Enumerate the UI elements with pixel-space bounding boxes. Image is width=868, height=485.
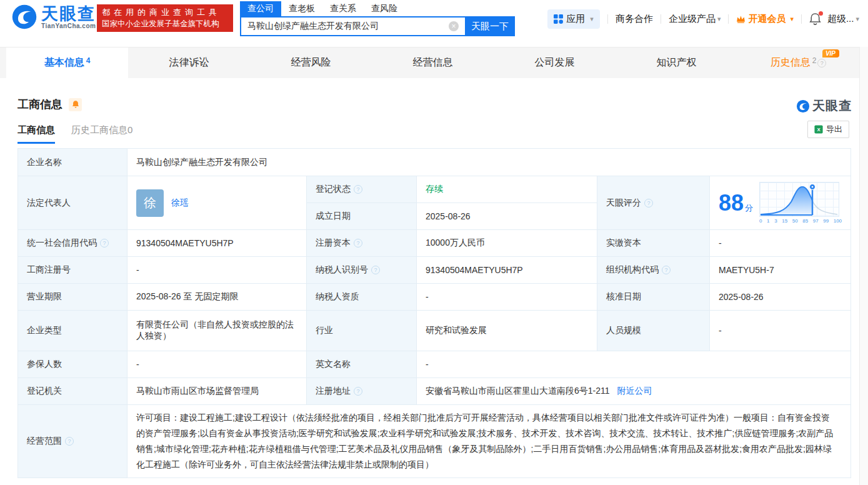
search-module: 查公司 查老板 查关系 查风险 × 天眼一下 bbox=[240, 1, 515, 36]
paid-capital-label: 实缴资本 bbox=[597, 230, 710, 257]
help-icon[interactable]: ? bbox=[662, 266, 671, 274]
search-tab-boss[interactable]: 查老板 bbox=[281, 1, 322, 16]
avatar[interactable]: 徐 bbox=[136, 189, 164, 217]
business-scope-value: 许可项目：建设工程施工;建设工程设计（依法须经批准的项目，经相关部门批准后方可开… bbox=[127, 405, 851, 478]
help-icon[interactable]: ? bbox=[354, 387, 362, 396]
search-tab-relation[interactable]: 查关系 bbox=[322, 1, 364, 16]
content: 工商信息 天眼查 工商信息 历史工商信息0 X 导出 bbox=[0, 78, 868, 485]
taxpayer-id-value: 91340504MAETYU5H7P bbox=[417, 257, 597, 284]
tab-label: 公司发展 bbox=[535, 56, 575, 69]
help-icon[interactable]: ? bbox=[65, 437, 74, 446]
score-chart: 0131550859799100 bbox=[759, 182, 842, 224]
company-name-value: 马鞍山创绿产融生态开发有限公司 bbox=[127, 149, 851, 176]
help-icon[interactable]: ? bbox=[817, 59, 826, 68]
subtabs: 工商信息 历史工商信息0 bbox=[17, 124, 132, 144]
help-icon[interactable]: ? bbox=[354, 239, 362, 248]
legal-rep-label: 法定代表人 bbox=[18, 176, 127, 230]
help-icon[interactable]: ? bbox=[354, 185, 362, 194]
reg-status-label: 登记状态? bbox=[307, 176, 417, 203]
subtab-history-business-info[interactable]: 历史工商信息0 bbox=[71, 124, 132, 144]
help-icon[interactable]: ? bbox=[100, 239, 109, 248]
section-title: 工商信息 bbox=[17, 97, 62, 112]
business-term-value: 2025-08-26 至 无固定期限 bbox=[127, 284, 307, 311]
score-label: 天眼评分? bbox=[597, 176, 710, 230]
monitor-bell-icon[interactable] bbox=[69, 98, 82, 111]
tab-label: 基本信息 bbox=[44, 56, 84, 69]
search-tabs: 查公司 查老板 查关系 查风险 bbox=[240, 1, 515, 16]
search-tab-risk[interactable]: 查风险 bbox=[364, 1, 405, 16]
tab-operation-info[interactable]: 经营信息 bbox=[372, 48, 494, 78]
notification-bell-icon[interactable] bbox=[809, 12, 821, 26]
tab-label: 知识产权 bbox=[657, 56, 697, 69]
taxpayer-id-label: 纳税人识别号? bbox=[307, 257, 417, 284]
approval-date-label: 核准日期 bbox=[597, 284, 710, 311]
search-tab-company[interactable]: 查公司 bbox=[240, 1, 281, 16]
tab-count: 2 bbox=[812, 56, 817, 65]
header-nav: 应用 ▾ 商务合作 企业级产品 ▾ 开通会员 ▾ bbox=[547, 8, 859, 29]
export-button[interactable]: X 导出 bbox=[807, 121, 849, 138]
est-date-value: 2025-08-26 bbox=[417, 203, 597, 230]
open-vip-link[interactable]: 开通会员 ▾ bbox=[736, 13, 794, 25]
tianyancha-logo-icon bbox=[796, 99, 810, 113]
help-icon[interactable]: ? bbox=[644, 199, 653, 208]
enterprise-product-link[interactable]: 企业级产品 bbox=[669, 13, 716, 25]
nearby-companies-link[interactable]: 附近公司 bbox=[617, 386, 652, 396]
apps-button[interactable]: 应用 ▾ bbox=[547, 9, 600, 29]
export-label: 导出 bbox=[826, 124, 842, 135]
paid-capital-value: - bbox=[710, 230, 851, 257]
est-date-label: 成立日期 bbox=[307, 203, 417, 230]
table-row: 统一社会信用代码? 91340504MAETYU5H7P 注册资本? 10000… bbox=[18, 230, 851, 257]
taxpayer-qual-label: 纳税人资质 bbox=[307, 284, 417, 311]
tab-operation-risk[interactable]: 经营风险 bbox=[250, 48, 372, 78]
watermark-text: 天眼查 bbox=[812, 98, 852, 114]
chevron-down-icon: ▾ bbox=[790, 15, 794, 23]
business-term-label: 营业期限 bbox=[18, 284, 127, 311]
notification-dot bbox=[819, 11, 823, 16]
chevron-down-icon: ▾ bbox=[717, 15, 721, 23]
legal-rep-link[interactable]: 徐瑶 bbox=[171, 198, 189, 209]
reg-address-value: 安徽省马鞍山市雨山区霍里山大道南段6号1-211 附近公司 bbox=[417, 378, 851, 405]
help-icon[interactable]: ? bbox=[371, 266, 380, 274]
tab-intellectual-property[interactable]: 知识产权 bbox=[616, 48, 737, 78]
company-name-label: 企业名称 bbox=[18, 149, 127, 176]
tab-label: 经营信息 bbox=[413, 56, 453, 69]
watermark-logo: 天眼查 bbox=[796, 98, 852, 114]
table-row: 工商注册号 - 纳税人识别号? 91340504MAETYU5H7P 组织机构代… bbox=[18, 257, 851, 284]
excel-icon: X bbox=[814, 125, 823, 134]
tab-basic-info[interactable]: 基本信息 4 bbox=[6, 48, 128, 78]
company-type-label: 企业类型 bbox=[18, 311, 127, 351]
chevron-down-icon: ▾ bbox=[590, 15, 594, 23]
slogan-line1: 都在用的商业查询工具 bbox=[102, 7, 228, 18]
divider bbox=[607, 14, 608, 24]
industry-label: 行业 bbox=[307, 311, 417, 351]
tab-company-development[interactable]: 公司发展 bbox=[494, 48, 616, 78]
site-logo[interactable]: 天眼查 TianYanCha.com bbox=[11, 4, 96, 30]
search-input[interactable] bbox=[240, 16, 465, 36]
clear-icon[interactable]: × bbox=[449, 21, 459, 31]
tab-label: 法律诉讼 bbox=[169, 56, 209, 69]
credit-code-label: 统一社会信用代码? bbox=[18, 230, 127, 257]
logo-subtitle: TianYanCha.com bbox=[41, 22, 96, 29]
reg-status-value: 存续 bbox=[417, 176, 597, 203]
business-scope-label: 经营范围? bbox=[18, 405, 127, 478]
svg-text:X: X bbox=[817, 127, 821, 132]
reg-authority-value: 马鞍山市雨山区市场监督管理局 bbox=[127, 378, 307, 405]
english-name-label: 英文名称 bbox=[307, 351, 417, 378]
super-vip-link[interactable]: 超级... bbox=[827, 13, 854, 25]
subtab-business-info[interactable]: 工商信息 bbox=[17, 124, 55, 144]
apps-label: 应用 bbox=[566, 13, 585, 25]
tab-legal-litigation[interactable]: 法律诉讼 bbox=[128, 48, 250, 78]
reg-number-value: - bbox=[127, 257, 307, 284]
business-cooperation-link[interactable]: 商务合作 bbox=[616, 13, 653, 25]
scrollbar[interactable] bbox=[859, 47, 868, 485]
tab-history-info[interactable]: VIP 历史信息 2 ? bbox=[737, 48, 859, 78]
reg-authority-label: 登记机关 bbox=[18, 378, 127, 405]
search-button[interactable]: 天眼一下 bbox=[465, 16, 515, 36]
table-row: 营业期限 2025-08-26 至 无固定期限 纳税人资质 - 核准日期 202… bbox=[18, 284, 851, 311]
table-row: 企业名称 马鞍山创绿产融生态开发有限公司 bbox=[18, 149, 851, 176]
top-header: 天眼查 TianYanCha.com 都在用的商业查询工具 国家中小企业发展子基… bbox=[0, 0, 868, 36]
credit-code-value: 91340504MAETYU5H7P bbox=[127, 230, 307, 257]
staff-size-label: 人员规模 bbox=[597, 311, 710, 351]
divider bbox=[728, 14, 729, 24]
logo-title: 天眼查 bbox=[41, 5, 96, 22]
